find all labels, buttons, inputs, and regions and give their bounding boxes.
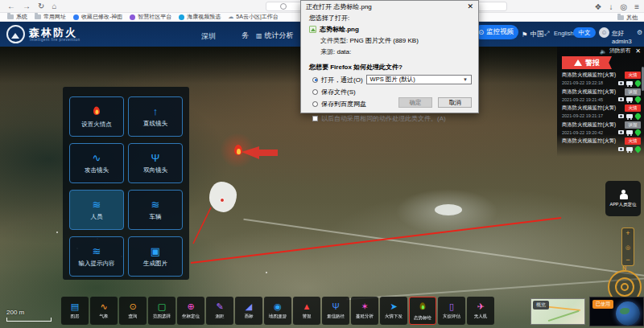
reload-icon[interactable]: ↻ bbox=[38, 2, 44, 10]
radio-open-with[interactable] bbox=[312, 77, 318, 83]
download-icon[interactable]: ↓ bbox=[609, 2, 613, 11]
camera-icon[interactable] bbox=[618, 147, 624, 151]
warning-icon bbox=[574, 59, 582, 66]
tool-straight-lens[interactable]: ↑直线镜头 bbox=[128, 96, 183, 137]
bookmark-item[interactable]: 常用网址 bbox=[35, 13, 66, 21]
tool-vehicles[interactable]: ≋车辆 bbox=[128, 190, 183, 230]
minimap-label: 概览 bbox=[533, 301, 549, 310]
alarm-row[interactable]: 商洛防火视频监控(火警)误报 2021-09-22 19:21:45 bbox=[562, 88, 641, 103]
tool-generate-image[interactable]: ▣生成图片 bbox=[128, 236, 183, 277]
forward-icon[interactable]: → bbox=[23, 2, 31, 10]
tool-spread-analysis[interactable]: ✶蔓延分析 bbox=[351, 297, 378, 325]
globe-3d-widget[interactable]: 已使用 bbox=[589, 297, 644, 326]
tool-set-fire-point[interactable]: 设置火情点 bbox=[69, 96, 124, 137]
ok-button[interactable]: 确定 bbox=[398, 97, 432, 108]
bookmark-item[interactable]: ☁5A云小区|工作台 bbox=[228, 13, 278, 21]
truck-icon[interactable] bbox=[626, 81, 633, 85]
alarm-row[interactable]: 商洛防火视频监控(火警)火情 bbox=[562, 137, 641, 152]
truck-icon[interactable] bbox=[626, 114, 633, 118]
alarm-row[interactable]: 商洛防火视频监控(火警)火情 2021-09-22 19:21:17 bbox=[562, 105, 641, 119]
country-select[interactable]: ⚑中国 bbox=[522, 30, 544, 39]
flame-icon bbox=[93, 106, 101, 116]
folder-icon bbox=[7, 14, 14, 19]
camera-icon[interactable] bbox=[618, 114, 624, 118]
false-alarm-badge[interactable]: 误报 bbox=[625, 88, 641, 96]
home-icon[interactable]: ⌂ bbox=[52, 2, 56, 10]
folder-icon bbox=[35, 14, 41, 19]
tool-range-select[interactable]: ▢范围选择 bbox=[148, 297, 175, 325]
tool-search[interactable]: ⊙查询 bbox=[119, 297, 147, 325]
overview-minimap[interactable]: 概览 bbox=[530, 298, 585, 325]
tool-fire-dispatch[interactable]: ➤火情下发 bbox=[380, 297, 407, 325]
app-personnel-locator[interactable]: APP人员定位 bbox=[605, 181, 641, 216]
settings-gear-icon[interactable]: ⚙ bbox=[637, 29, 642, 36]
camera-icon[interactable] bbox=[618, 97, 624, 101]
location-pin-icon[interactable] bbox=[634, 112, 642, 120]
tool-drone[interactable]: ✈无人机 bbox=[467, 297, 494, 325]
extensions-icon[interactable]: ❖ bbox=[594, 2, 601, 11]
zoom-in-icon[interactable]: + bbox=[625, 230, 630, 237]
bookmark-item[interactable]: 系统 bbox=[7, 13, 27, 21]
tool-attack-lens[interactable]: ∿攻击镜头 bbox=[69, 143, 124, 183]
avatar[interactable]: ☺ bbox=[599, 27, 609, 38]
location-pin-icon[interactable] bbox=[634, 79, 642, 87]
camera-icon[interactable] bbox=[618, 130, 624, 134]
open-with-dropdown[interactable]: WPS 图片 (默认) ▼ bbox=[366, 75, 472, 84]
truck-icon[interactable] bbox=[626, 147, 633, 151]
bookmark-item[interactable]: 海康视频预选 bbox=[179, 13, 221, 21]
cancel-button[interactable]: 取消 bbox=[438, 97, 472, 108]
weather-icon: ∿ bbox=[100, 302, 107, 311]
site-info-icon[interactable] bbox=[280, 3, 287, 10]
tool-damage-assess[interactable]: ▯灾损评估 bbox=[438, 297, 465, 325]
remember-checkbox[interactable] bbox=[312, 116, 318, 121]
fire-badge[interactable]: 火情 bbox=[625, 137, 641, 145]
tool-measure[interactable]: ✎测距 bbox=[206, 297, 233, 325]
tool-personnel[interactable]: ≋人员 bbox=[69, 190, 124, 230]
location-pin-icon[interactable] bbox=[634, 96, 642, 104]
nav-item-statistics[interactable]: ▥统计分析 bbox=[256, 31, 294, 41]
truck-icon[interactable] bbox=[626, 130, 633, 134]
truck-icon[interactable] bbox=[626, 97, 633, 101]
close-icon[interactable]: ✕ bbox=[635, 47, 641, 55]
play-icon: ⊙ bbox=[478, 28, 484, 36]
fire-badge[interactable]: 火情 bbox=[625, 72, 641, 79]
bookmark-other-folder[interactable]: 其他 bbox=[617, 13, 638, 22]
dialog-filename: 态势标绘.png bbox=[320, 25, 359, 34]
tool-two-way-lens[interactable]: Ψ双向镜头 bbox=[128, 143, 183, 183]
tool-layers[interactable]: ▤图层 bbox=[61, 297, 89, 325]
zigzag-icon: ∿ bbox=[93, 153, 101, 163]
fullscreen-icon[interactable]: ⤢ bbox=[544, 30, 549, 38]
region-label: 深圳 bbox=[201, 31, 216, 42]
tool-situation-plot[interactable]: 态势标绘 bbox=[409, 297, 436, 325]
map-zoom-control[interactable]: + ◎ − bbox=[621, 228, 634, 266]
back-icon[interactable]: ← bbox=[7, 2, 15, 10]
alarm-row[interactable]: 商洛防火视频监控(火警)火情 2021-09-22 19:22:18 bbox=[562, 72, 641, 86]
video-monitor-button[interactable]: ⊙监控视频 bbox=[473, 25, 518, 39]
nav-item-partial[interactable]: 务 bbox=[242, 31, 249, 41]
menu-icon[interactable]: ≡ bbox=[634, 2, 639, 11]
tool-weather[interactable]: ∿气象 bbox=[90, 297, 118, 325]
bookmark-item[interactable]: 智慧社区平台 bbox=[130, 13, 171, 21]
alarm-row[interactable]: 商洛防火视频监控(火警)误报 2021-09-22 19:20:42 bbox=[562, 121, 641, 136]
fire-point-marker[interactable] bbox=[233, 145, 243, 157]
dialog-close-icon[interactable]: ✕ bbox=[467, 2, 473, 10]
tool-coordinate-locate[interactable]: ⊕坐标定位 bbox=[177, 297, 204, 325]
location-pin-icon[interactable] bbox=[634, 129, 642, 137]
lang-chinese-pill[interactable]: 中文 bbox=[573, 27, 596, 38]
camera-icon[interactable] bbox=[618, 81, 624, 85]
location-pin-icon[interactable] bbox=[634, 145, 642, 153]
tool-alarm[interactable]: ▲警报 bbox=[293, 297, 320, 325]
tool-map-roam[interactable]: ◉地图漫游 bbox=[264, 297, 291, 325]
zoom-reset-icon[interactable]: ◎ bbox=[625, 244, 630, 250]
fire-badge[interactable]: 火情 bbox=[625, 105, 641, 112]
radio-save-file[interactable] bbox=[312, 89, 318, 95]
tool-input-prompt[interactable]: ≋输入提示内容 bbox=[69, 236, 124, 277]
radio-save-cloud[interactable] bbox=[312, 101, 318, 107]
account-icon[interactable]: ◎ bbox=[620, 2, 627, 11]
tool-best-path[interactable]: Ψ最佳路径 bbox=[322, 297, 349, 325]
lang-english[interactable]: English bbox=[554, 30, 574, 37]
tool-draw-marker[interactable]: ◢画标 bbox=[235, 297, 262, 325]
bookmark-item[interactable]: 收藏已修改-神图 bbox=[73, 13, 122, 21]
zoom-out-icon[interactable]: − bbox=[625, 256, 630, 264]
false-alarm-badge[interactable]: 误报 bbox=[625, 121, 641, 129]
